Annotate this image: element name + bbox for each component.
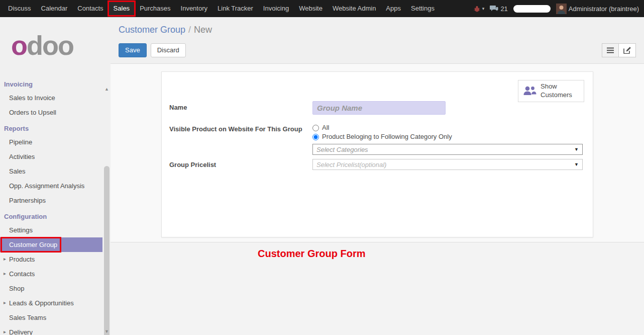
top-menu-invoicing[interactable]: Invoicing — [258, 0, 294, 17]
action-buttons: Save Discard — [119, 43, 636, 57]
sidebar-item-label: Settings — [9, 226, 33, 234]
scroll-up-icon[interactable]: ▲ — [103, 87, 110, 92]
caret-down-icon: ▾ — [482, 6, 485, 11]
radio-category[interactable] — [312, 134, 319, 140]
sidebar-item-pipeline[interactable]: Pipeline — [0, 135, 102, 149]
save-button[interactable]: Save — [119, 43, 147, 57]
sidebar-item-sales-teams[interactable]: Sales Teams — [0, 310, 102, 325]
app-window: DiscussCalendarContactsSalesPurchasesInv… — [0, 0, 644, 335]
sidebar-item-customer-group[interactable]: Customer Group — [0, 237, 102, 252]
sidebar-item-label: Leads & Opportunities — [9, 299, 74, 307]
expand-caret-icon: ▸ — [4, 300, 6, 305]
expand-caret-icon: ▸ — [4, 271, 6, 276]
sidebar-item-sales[interactable]: Sales — [0, 164, 102, 179]
sidebar-item-label: Customer Group — [9, 241, 57, 248]
form-view: Show Customers Name Visible Product on W… — [111, 64, 644, 242]
pricelist-placeholder: Select Pricelist(optional) — [316, 161, 386, 169]
debug-menu[interactable]: ▾ — [474, 6, 485, 12]
pricelist-field-row: Group Pricelist Select Pricelist(optiona… — [169, 159, 582, 170]
sidebar-item-products[interactable]: ▸Products — [0, 252, 102, 267]
sidebar-item-sales-to-invoice[interactable]: Sales to Invoice — [0, 91, 102, 105]
form-view-button[interactable] — [619, 43, 636, 57]
sidebar-menu: InvoicingSales to InvoiceOrders to Upsel… — [0, 73, 102, 335]
view-switcher — [602, 43, 636, 57]
top-menu-apps[interactable]: Apps — [381, 0, 406, 17]
odoo-logo-text: odoo — [11, 32, 73, 59]
chevron-down-icon: ▼ — [574, 147, 579, 152]
sidebar-section-reports: Reports — [0, 120, 102, 135]
user-avatar — [556, 4, 567, 14]
radio-all[interactable] — [312, 125, 319, 131]
scroll-down-icon[interactable]: ▼ — [103, 329, 110, 334]
edit-icon — [623, 47, 631, 54]
top-menu-link-tracker[interactable]: Link Tracker — [212, 0, 258, 17]
sidebar-item-shop[interactable]: Shop — [0, 281, 102, 296]
sidebar-item-label: Activities — [9, 153, 35, 160]
breadcrumb-separator: / — [188, 25, 191, 35]
expand-caret-icon: ▸ — [4, 329, 6, 334]
sidebar-item-leads-opportunities[interactable]: ▸Leads & Opportunities — [0, 296, 102, 310]
top-menu-sales[interactable]: Sales — [109, 0, 135, 17]
top-menu-contacts[interactable]: Contacts — [72, 0, 108, 17]
show-customers-label: Show Customers — [541, 82, 575, 100]
top-menu-website[interactable]: Website — [294, 0, 328, 17]
scrollbar-thumb[interactable] — [104, 166, 110, 335]
top-menu-website-admin[interactable]: Website Admin — [328, 0, 381, 17]
sidebar-item-settings[interactable]: Settings — [0, 223, 102, 237]
sidebar-item-delivery[interactable]: ▸Delivery — [0, 325, 102, 335]
categories-field-row: Select Categories ▼ — [169, 144, 582, 155]
top-menu-settings[interactable]: Settings — [406, 0, 440, 17]
sidebar-item-label: Delivery — [9, 328, 33, 335]
top-menu-inventory[interactable]: Inventory — [176, 0, 212, 17]
visibility-field-row: Visible Product on Website For This Grou… — [169, 123, 582, 141]
odoo-logo: odoo — [0, 17, 111, 73]
list-icon — [607, 47, 614, 53]
radio-option-all[interactable]: All — [312, 123, 582, 132]
name-field-row: Name — [169, 101, 582, 115]
sidebar-item-label: Pipeline — [9, 138, 32, 146]
sidebar-item-label: Contacts — [9, 270, 35, 278]
discard-button[interactable]: Discard — [151, 43, 186, 57]
breadcrumb-current: New — [194, 25, 212, 35]
topbar: DiscussCalendarContactsSalesPurchasesInv… — [0, 0, 644, 17]
annotation-area: Customer Group Form — [111, 242, 644, 335]
sidebar-item-partnerships[interactable]: Partnerships — [0, 193, 102, 208]
sidebar-scrollbar[interactable]: ▲ ▼ — [103, 87, 110, 334]
top-menu-purchases[interactable]: Purchases — [135, 0, 175, 17]
radio-option-category[interactable]: Product Beloging to Following Category O… — [312, 132, 582, 141]
sidebar-item-activities[interactable]: Activities — [0, 149, 102, 164]
categories-placeholder: Select Categories — [316, 146, 368, 153]
sidebar-item-label: Sales Teams — [9, 314, 46, 321]
sidebar-item-label: Sales to Invoice — [9, 94, 55, 102]
radio-all-label: All — [322, 123, 329, 132]
sidebar-item-label: Sales — [9, 168, 26, 175]
categories-label-spacer — [169, 144, 312, 146]
chevron-down-icon: ▼ — [574, 162, 579, 167]
top-menu-calendar[interactable]: Calendar — [36, 0, 73, 17]
customers-icon — [522, 86, 536, 97]
sidebar-item-label: Products — [9, 256, 35, 263]
top-menu-list: DiscussCalendarContactsSalesPurchasesInv… — [3, 0, 440, 17]
categories-select[interactable]: Select Categories ▼ — [312, 144, 583, 155]
sidebar-item-label: Partnerships — [9, 197, 46, 204]
pricelist-select[interactable]: Select Pricelist(optional) ▼ — [312, 159, 583, 170]
topbar-right: ▾ 21 Administrator (braintree) — [474, 4, 644, 14]
user-name: Administrator (braintree) — [569, 5, 639, 13]
sidebar-item-contacts[interactable]: ▸Contacts — [0, 267, 102, 281]
top-menu-discuss[interactable]: Discuss — [3, 0, 36, 17]
visibility-radio-group: All Product Beloging to Following Catego… — [312, 123, 582, 141]
sidebar-item-opp-assignment-analysis[interactable]: Opp. Assignment Analysis — [0, 179, 102, 193]
breadcrumb-parent[interactable]: Customer Group — [119, 25, 185, 35]
sidebar-section-configuration: Configuration — [0, 208, 102, 223]
chat-icon — [490, 5, 498, 12]
visible-product-label: Visible Product on Website For This Grou… — [169, 123, 312, 133]
annotation-caption: Customer Group Form — [258, 248, 365, 260]
radio-category-label: Product Beloging to Following Category O… — [322, 132, 452, 141]
messages-count: 21 — [500, 5, 507, 13]
sidebar-item-orders-to-upsell[interactable]: Orders to Upsell — [0, 105, 102, 120]
messages-menu[interactable]: 21 — [490, 5, 507, 13]
show-customers-button[interactable]: Show Customers — [518, 80, 584, 102]
user-menu[interactable]: Administrator (braintree) — [556, 4, 639, 14]
list-view-button[interactable] — [602, 43, 619, 57]
name-input[interactable] — [312, 101, 446, 115]
